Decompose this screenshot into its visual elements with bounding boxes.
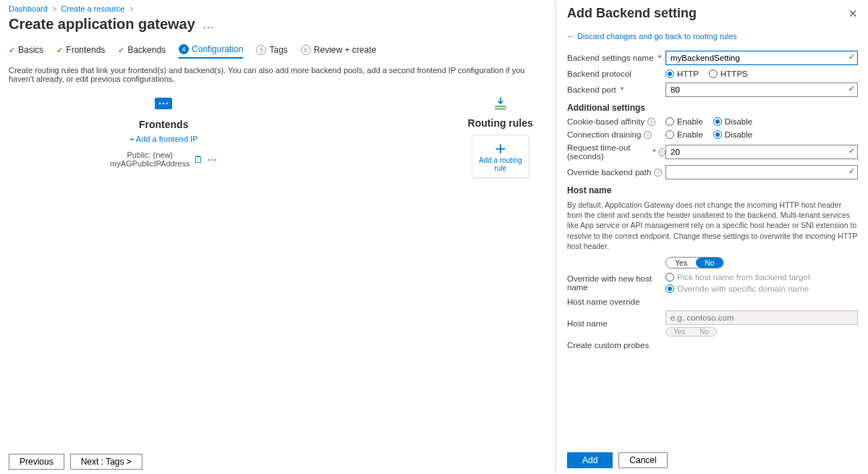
affinity-enable-radio[interactable]: Enable bbox=[665, 117, 703, 126]
backend-name-input[interactable] bbox=[665, 51, 858, 65]
crumb-create-resource[interactable]: Create a resource bbox=[61, 4, 124, 13]
protocol-label: Backend protocol bbox=[567, 69, 665, 78]
plus-icon: + bbox=[495, 140, 506, 156]
breadcrumb: Dashboard > Create a resource > bbox=[9, 4, 545, 13]
additional-settings-heading: Additional settings bbox=[567, 103, 858, 113]
probes-label: Create custom probes bbox=[567, 341, 665, 350]
hostname-help: By default, Application Gateway does not… bbox=[567, 200, 858, 251]
discard-link[interactable]: Discard changes and go back to routing r… bbox=[567, 32, 737, 41]
pick-backend-radio[interactable]: Pick host name from backend target bbox=[665, 273, 810, 282]
backend-port-input[interactable] bbox=[665, 82, 858, 97]
cancel-button[interactable]: Cancel bbox=[618, 452, 667, 468]
add-frontend-link[interactable]: + Add a frontend IP bbox=[110, 135, 217, 143]
check-icon: ✓ bbox=[9, 46, 15, 55]
svg-point-2 bbox=[163, 103, 165, 105]
frontend-item: Public: (new) myAGPublicIPAddress bbox=[110, 151, 190, 168]
svg-rect-5 bbox=[495, 109, 506, 110]
add-button[interactable]: Add bbox=[567, 452, 613, 468]
timeout-label: Request time-out (seconds) bbox=[567, 143, 648, 161]
probes-toggle: YesNo bbox=[665, 327, 717, 337]
close-icon[interactable]: ✕ bbox=[848, 7, 858, 20]
page-description: Create routing rules that link your fron… bbox=[9, 66, 545, 83]
tab-review[interactable]: 6Review + create bbox=[301, 41, 376, 59]
info-icon[interactable]: i bbox=[644, 131, 652, 139]
override-path-input[interactable] bbox=[665, 165, 858, 179]
frontends-icon bbox=[153, 96, 174, 112]
affinity-disable-radio[interactable]: Disable bbox=[713, 117, 752, 126]
tab-backends[interactable]: ✓Backends bbox=[118, 41, 166, 59]
backend-setting-panel: Add Backend setting ✕ Discard changes an… bbox=[557, 0, 868, 474]
hostname-label: Host name bbox=[567, 319, 665, 328]
frontends-title: Frontends bbox=[110, 119, 217, 130]
override-path-label: Override backend path bbox=[567, 168, 651, 177]
hostname-input bbox=[665, 310, 858, 325]
tab-basics[interactable]: ✓Basics bbox=[9, 41, 43, 59]
hostname-override-label: Host name override bbox=[567, 297, 665, 306]
info-icon[interactable]: i bbox=[659, 148, 665, 156]
more-icon[interactable]: … bbox=[203, 21, 214, 28]
page-title: Create application gateway bbox=[9, 16, 195, 33]
previous-button[interactable]: Previous bbox=[9, 454, 64, 470]
routing-rules-node: Routing rules + Add a routing rule bbox=[456, 96, 545, 181]
crumb-dashboard[interactable]: Dashboard bbox=[9, 4, 48, 13]
override-specific-radio[interactable]: Override with specific domain name bbox=[665, 284, 809, 293]
panel-title: Add Backend setting bbox=[567, 6, 697, 21]
more-icon[interactable]: ⋯ bbox=[208, 154, 217, 165]
frontends-node: Frontends + Add a frontend IP Public: (n… bbox=[110, 96, 217, 181]
hostname-toggle[interactable]: Yes No bbox=[665, 257, 724, 268]
svg-rect-4 bbox=[495, 106, 506, 107]
tab-frontends[interactable]: ✓Frontends bbox=[56, 41, 105, 59]
protocol-http-radio[interactable]: HTTP bbox=[665, 69, 699, 78]
port-label: Backend port bbox=[567, 85, 616, 94]
draining-disable-radio[interactable]: Disable bbox=[713, 130, 752, 139]
edit-icon[interactable]: 🗒 bbox=[194, 154, 203, 165]
protocol-https-radio[interactable]: HTTPS bbox=[709, 69, 748, 78]
draining-label: Connection draining bbox=[567, 130, 641, 139]
timeout-input[interactable] bbox=[665, 145, 858, 159]
step-number-icon: 5 bbox=[256, 45, 266, 55]
info-icon[interactable]: i bbox=[654, 169, 662, 177]
svg-point-3 bbox=[166, 103, 169, 105]
step-number-icon: 6 bbox=[301, 45, 311, 55]
affinity-label: Cookie-based affinity bbox=[567, 117, 644, 126]
download-icon bbox=[493, 96, 509, 111]
check-icon: ✓ bbox=[56, 46, 63, 55]
name-label: Backend settings name bbox=[567, 54, 654, 62]
step-number-icon: 4 bbox=[179, 44, 189, 54]
tab-configuration[interactable]: 4Configuration bbox=[179, 41, 243, 59]
check-icon: ✓ bbox=[118, 46, 124, 55]
next-button[interactable]: Next : Tags > bbox=[70, 454, 142, 470]
rules-title: Routing rules bbox=[456, 117, 545, 129]
hostname-heading: Host name bbox=[567, 185, 858, 195]
info-icon[interactable]: i bbox=[647, 118, 655, 126]
svg-point-1 bbox=[159, 103, 161, 105]
draining-enable-radio[interactable]: Enable bbox=[665, 130, 703, 139]
wizard-tabs: ✓Basics ✓Frontends ✓Backends 4Configurat… bbox=[9, 41, 545, 59]
add-rule-button[interactable]: + Add a routing rule bbox=[472, 135, 529, 178]
tab-tags[interactable]: 5Tags bbox=[256, 41, 287, 59]
override-new-label: Override with new host name bbox=[567, 274, 665, 292]
